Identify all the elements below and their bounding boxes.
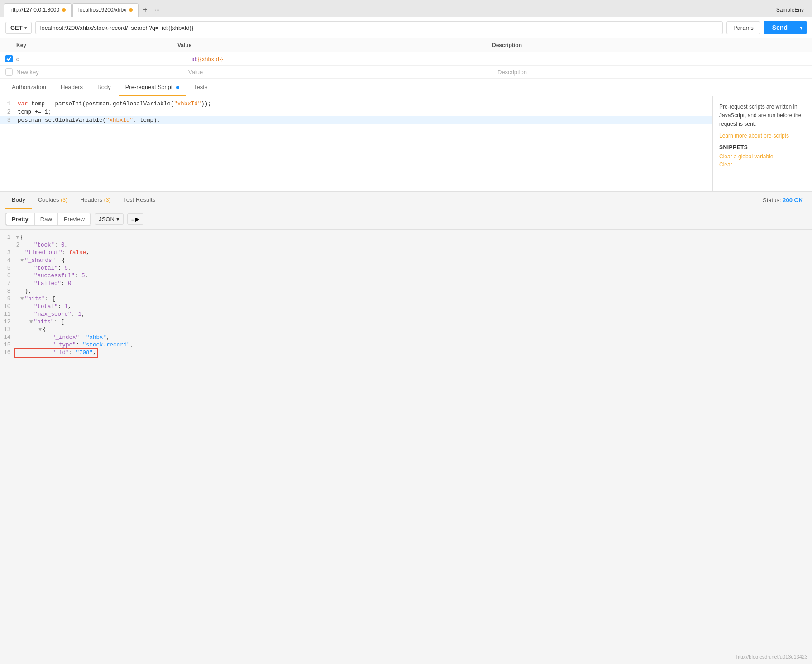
side-panel: Pre-request scripts are written in JavaS… — [712, 96, 812, 191]
param-checkbox-1[interactable] — [5, 55, 13, 62]
json-line-14: 14 "_index": "xhbx", — [0, 333, 812, 341]
collapse-item[interactable]: ▼ — [38, 327, 42, 333]
resp-tab-test-results[interactable]: Test Results — [117, 192, 162, 209]
json-line-9: 9 ▼ "hits": { — [0, 295, 812, 303]
collapse-shards[interactable]: ▼ — [20, 257, 24, 264]
value-header: Value — [177, 42, 492, 48]
editor-area: 1 var temp = parseInt(postman.getGlobalV… — [0, 96, 812, 192]
code-editor[interactable]: 1 var temp = parseInt(postman.getGlobalV… — [0, 96, 712, 191]
tab-1-dot — [62, 8, 66, 12]
json-line-10: 10 "total": 1, — [0, 303, 812, 310]
param-new-key: New key — [16, 69, 39, 76]
tab-1[interactable]: http://127.0.0.1:8000 — [4, 3, 72, 17]
request-tabs: Authorization Headers Body Pre-request S… — [0, 79, 812, 96]
response-status: Status: 200 OK — [763, 197, 807, 204]
resp-tab-cookies[interactable]: Cookies (3) — [32, 192, 74, 209]
json-line-11: 11 "max_score": 1, — [0, 310, 812, 318]
learn-more-link[interactable]: Learn more about pre-scripts — [719, 133, 789, 139]
tab-2-label: localhost:9200/xhbx — [78, 7, 126, 13]
side-panel-description: Pre-request scripts are written in JavaS… — [719, 103, 806, 129]
method-selector[interactable]: GET ▾ — [5, 22, 32, 34]
json-line-12: 12 ▼ "hits": [ — [0, 318, 812, 326]
view-preview-button[interactable]: Preview — [58, 213, 91, 225]
json-response: 1 ▼ { 2 "took": 0, 3 "timed_out": false,… — [0, 230, 812, 360]
tab-pre-request-script[interactable]: Pre-request Script — [119, 79, 186, 96]
send-dropdown-button[interactable]: ▾ — [796, 21, 807, 34]
json-line-8: 8 }, — [0, 287, 812, 295]
view-pretty-button[interactable]: Pretty — [6, 213, 34, 225]
snippets-title: SNIPPETS — [719, 144, 806, 151]
param-new-row: New key Value Description — [0, 66, 812, 79]
send-button[interactable]: Send — [764, 21, 796, 34]
tab-2-dot — [129, 8, 133, 12]
snippet-more[interactable]: Clear... — [719, 161, 806, 168]
pre-request-dot — [176, 86, 179, 89]
view-raw-button[interactable]: Raw — [34, 213, 58, 225]
json-line-3: 3 "timed_out": false, — [0, 249, 812, 256]
param-new-checkbox[interactable] — [5, 68, 13, 76]
json-line-15: 15 "_type": "stock-record", — [0, 341, 812, 349]
params-table: Key Value Description q _id:{{xhbxId}} N… — [0, 38, 812, 79]
wrap-button[interactable]: ≡▶ — [127, 213, 143, 225]
collapse-hits[interactable]: ▼ — [20, 296, 24, 302]
response-toolbar: Pretty Raw Preview JSON ▾ ≡▶ — [0, 209, 812, 230]
environment-label: SampleEnv — [776, 7, 808, 13]
param-new-value: Value — [188, 69, 203, 76]
more-tabs-button[interactable]: ··· — [151, 5, 163, 15]
param-key-1: q — [16, 56, 19, 62]
resp-tab-body[interactable]: Body — [5, 192, 32, 209]
tab-tests[interactable]: Tests — [187, 79, 214, 96]
key-header: Key — [5, 42, 177, 48]
wrap-icon: ≡▶ — [131, 216, 139, 223]
code-line-2: 2 temp += 1; — [0, 108, 712, 116]
tab-headers[interactable]: Headers — [54, 79, 89, 96]
format-chevron-icon: ▾ — [116, 216, 119, 223]
method-label: GET — [10, 24, 23, 31]
format-selector[interactable]: JSON ▾ — [95, 213, 124, 225]
code-line-3: 3 postman.setGlobalVariable("xhbxId", te… — [0, 116, 712, 124]
tab-body[interactable]: Body — [91, 79, 117, 96]
method-chevron-icon: ▾ — [24, 25, 27, 30]
tab-1-label: http://127.0.0.1:8000 — [10, 7, 59, 13]
json-line-13: 13 ▼ { — [0, 326, 812, 333]
collapse-hits-arr[interactable]: ▼ — [29, 319, 33, 325]
browser-tabs: http://127.0.0.1:8000 localhost:9200/xhb… — [0, 0, 812, 17]
json-line-1: 1 ▼ { — [0, 233, 812, 241]
json-line-4: 4 ▼ "_shards": { — [0, 256, 812, 264]
tab-authorization[interactable]: Authorization — [5, 79, 53, 96]
code-line-1: 1 var temp = parseInt(postman.getGlobalV… — [0, 100, 712, 108]
url-bar: GET ▾ Params Send ▾ — [0, 17, 812, 38]
json-line-6: 6 "successful": 5, — [0, 272, 812, 280]
param-row-1: q _id:{{xhbxId}} — [0, 52, 812, 66]
param-value-1: _id:{{xhbxId}} — [188, 56, 223, 62]
desc-header: Description — [492, 42, 807, 48]
params-button[interactable]: Params — [726, 21, 760, 34]
response-tabs: Body Cookies (3) Headers (3) Test Result… — [0, 192, 812, 209]
json-line-2: 2 "took": 0, — [0, 241, 812, 249]
json-line-16: 16 "_id": "708", — [0, 349, 96, 356]
json-line-7: 7 "failed": 0 — [0, 280, 812, 287]
url-input[interactable] — [35, 21, 723, 34]
snippet-clear-global[interactable]: Clear a global variable — [719, 153, 806, 160]
add-tab-button[interactable]: + — [139, 4, 151, 16]
param-new-desc: Description — [497, 69, 527, 76]
send-btn-group: Send ▾ — [764, 21, 807, 34]
json-line-5: 5 "total": 5, — [0, 264, 812, 272]
resp-tab-headers[interactable]: Headers (3) — [74, 192, 117, 209]
params-header: Key Value Description — [0, 38, 812, 52]
collapse-1[interactable]: ▼ — [16, 234, 19, 241]
tab-2[interactable]: localhost:9200/xhbx — [72, 3, 139, 17]
